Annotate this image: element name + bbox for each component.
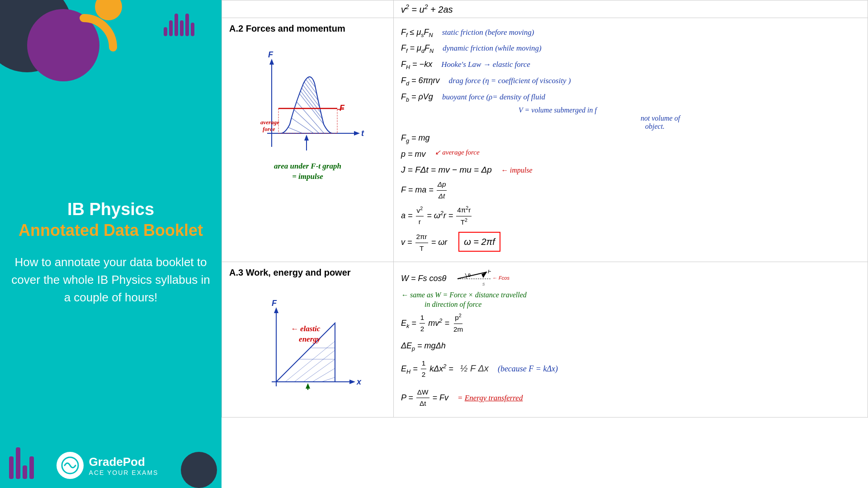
svg-marker-6: [354, 131, 360, 136]
forces-label: A.2 Forces and momentum F t: [222, 18, 394, 262]
circle-bottom-right: [181, 452, 217, 488]
elastic-label: ← elastic energy: [291, 323, 321, 344]
svg-point-0: [95, 0, 122, 20]
kinematics-row: v2 = u2 + 2as: [222, 0, 868, 18]
area-annotation: area under F-t graph = impulse: [274, 160, 341, 181]
forces-row: A.2 Forces and momentum F t: [222, 18, 868, 262]
left-panel: IB Physics Annotated Data Booklet How to…: [0, 0, 222, 488]
kinematics-formula: v2 = u2 + 2as: [394, 0, 868, 18]
right-panel: v2 = u2 + 2as A.2 Forces and momentum F: [222, 0, 868, 488]
formula-kinetic: Ek = 12 mv2 = p22m: [401, 312, 860, 335]
formula-impulse: J = FΔt = mv − mu = Δp ← impulse: [401, 163, 860, 177]
elastic-diagram-area: F x: [229, 291, 386, 348]
svg-line-36: [285, 341, 335, 382]
elastic-arrow: ← elastic: [291, 324, 321, 333]
svg-marker-42: [306, 383, 310, 389]
formula-power: P = ΔWΔt = Fv = Energy transferred: [401, 387, 860, 409]
svg-line-39: [312, 368, 335, 382]
elastic-svg: F x: [245, 296, 371, 395]
forces-formulas: Ff ≤ μsFN static friction (before moving…: [394, 18, 868, 262]
logo-icon: [57, 452, 84, 479]
buoyant-note2: not volume of: [641, 114, 868, 122]
work-formulas: W = Fs cosθ F θ ← Fcosθ s: [394, 262, 868, 418]
v-squared-formula: v2 = u2 + 2as: [401, 5, 453, 14]
formula-potential: ΔEp = mgΔh: [401, 339, 860, 353]
formula-work: W = Fs cosθ F θ ← Fcosθ s: [401, 270, 860, 288]
svg-text:θ: θ: [468, 272, 471, 278]
svg-marker-3: [269, 59, 274, 65]
title-ib: IB Physics: [9, 200, 212, 219]
svg-line-37: [294, 350, 335, 382]
logo-name: GradePod: [89, 455, 159, 469]
area-label: area under F-t graph: [274, 162, 341, 170]
svg-text:t: t: [361, 129, 364, 138]
buoyant-note3: object.: [645, 122, 868, 131]
equals-impulse: = impulse: [292, 172, 323, 181]
svg-text:x: x: [356, 377, 362, 386]
work-label: A.3 Work, energy and power F x: [222, 262, 394, 418]
subtitle: How to annotate your data booklet to cov…: [9, 253, 212, 306]
svg-text:F: F: [340, 103, 345, 113]
svg-text:F: F: [268, 50, 274, 59]
formula-centripetal-acc: a = v2r = ω2r = 4π2rT2: [401, 204, 860, 228]
impulse-svg: F t: [236, 47, 380, 160]
work-green-note: ← same as W = Force × distance travelled…: [401, 291, 527, 308]
formula-momentum: p = mv ↙ average force: [401, 148, 860, 161]
svg-marker-32: [349, 380, 355, 384]
svg-line-40: [321, 377, 335, 382]
data-table: v2 = u2 + 2as A.2 Forces and momentum F: [222, 0, 868, 418]
orange-circle: [90, 0, 127, 36]
formula-dynamic-friction: Ff = μdFN dynamic friction (while moving…: [401, 42, 860, 56]
svg-marker-27: [304, 135, 309, 141]
formula-hookes: FH = −kx Hooke's Law → elastic force: [401, 58, 860, 72]
work-row: A.3 Work, energy and power F x: [222, 262, 868, 418]
work-diagram: F θ ← Fcosθ s: [455, 270, 509, 288]
svg-marker-29: [274, 307, 278, 313]
svg-text:force: force: [263, 126, 275, 132]
formula-drag: Fd = 6πηrv drag force (η = coefficient o…: [401, 74, 860, 88]
elastic-energy-label: energy: [293, 335, 320, 343]
formula-newtons-second: F = ma = ΔpΔt: [401, 179, 860, 202]
kinematics-label: [222, 0, 394, 18]
formula-elastic: EH = 12 kΔx2 = ½ F Δx (because F = kΔx): [401, 358, 860, 380]
formula-gravity: Fg = mg: [401, 131, 860, 145]
top-decoration: [0, 0, 222, 90]
formula-static-friction: Ff ≤ μsFN static friction (before moving…: [401, 26, 860, 40]
buoyant-note: V = volume submerged in f: [519, 106, 860, 114]
bottom-decoration: GradePod ACE YOUR EXAMS: [0, 447, 222, 488]
svg-text:average: average: [260, 119, 279, 126]
impulse-diagram-area: F t: [229, 43, 386, 186]
formula-centripetal-vel: v = 2πrT = ωr ω = 2πf: [401, 231, 860, 254]
svg-text:s: s: [482, 281, 485, 286]
svg-text:F: F: [488, 270, 491, 275]
logo-text: GradePod ACE YOUR EXAMS: [89, 455, 159, 476]
svg-line-10: [288, 70, 333, 128]
omega-box: ω = 2πf: [458, 232, 500, 252]
svg-text:F: F: [272, 299, 277, 308]
sound-waves-top: [164, 14, 194, 36]
title-annotated: Annotated Data Booklet: [9, 221, 212, 240]
svg-text:← Fcosθ: ← Fcosθ: [492, 275, 509, 281]
logo-tagline: ACE YOUR EXAMS: [89, 469, 159, 476]
svg-line-19: [281, 124, 308, 136]
center-content: IB Physics Annotated Data Booklet How to…: [0, 191, 222, 315]
sound-waves-bottom: [9, 447, 34, 479]
formula-buoyant: Fb = ρVg buoyant force (ρ= density of fl…: [401, 90, 860, 104]
work-annotation: ← same as W = Force × distance travelled…: [401, 290, 860, 309]
logo-area: GradePod ACE YOUR EXAMS: [57, 452, 159, 479]
svg-line-15: [306, 70, 333, 106]
